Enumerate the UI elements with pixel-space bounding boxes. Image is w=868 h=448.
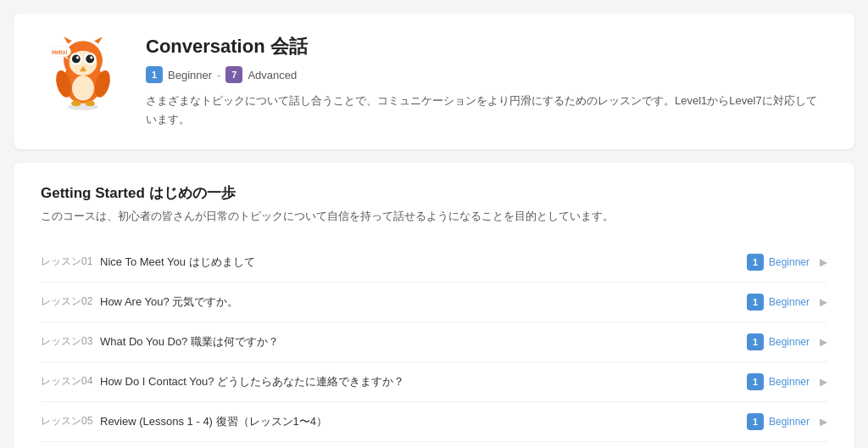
lesson-meta: 1 Beginner ▶ (747, 373, 827, 390)
beginner-label: Beginner (168, 69, 212, 81)
lesson-level-label: Beginner (769, 256, 810, 268)
lesson-level-label: Beginner (769, 296, 810, 308)
hero-description: さまざまなトピックについて話し合うことで、コミュニケーションをより円滑にするため… (146, 92, 827, 129)
svg-text:Hello!: Hello! (52, 49, 67, 55)
lesson-level-label: Beginner (769, 376, 810, 388)
advanced-label: Advanced (248, 69, 297, 81)
lesson-number: レッスン01 (41, 255, 100, 269)
svg-point-11 (90, 56, 92, 59)
svg-point-7 (72, 55, 81, 64)
lesson-number: レッスン03 (41, 334, 100, 349)
chevron-icon: ▶ (820, 376, 827, 388)
chevron-icon: ▶ (820, 416, 827, 428)
svg-marker-3 (64, 36, 72, 43)
svg-marker-4 (94, 36, 103, 43)
lesson-badge: 1 (747, 413, 764, 430)
level-badges: 1 Beginner - 7 Advanced (146, 66, 827, 83)
lesson-item[interactable]: レッスン02 How Are You? 元気ですか。 1 Beginner ▶ (41, 283, 827, 322)
lesson-meta: 1 Beginner ▶ (747, 333, 827, 350)
lesson-item[interactable]: レッスン04 How Do I Contact You? どうしたらあなたに連絡… (41, 362, 827, 402)
svg-point-15 (72, 76, 94, 100)
advanced-badge-num: 7 (225, 66, 242, 83)
hero-title: Conversation 会話 (146, 34, 827, 59)
lesson-item[interactable]: レッスン06 What Is Your Brother's Name? あなたの… (41, 442, 827, 448)
course-card: Getting Started はじめの一歩 このコースは、初心者の皆さんが日常… (14, 163, 854, 448)
lesson-badge: 1 (747, 294, 764, 311)
svg-point-17 (85, 101, 94, 107)
lesson-title: How Do I Contact You? どうしたらあなたに連絡できますか？ (100, 374, 747, 389)
level-separator: - (217, 69, 220, 81)
lesson-number: レッスン02 (41, 294, 100, 309)
svg-point-8 (76, 56, 79, 59)
lesson-badge: 1 (747, 254, 764, 271)
svg-point-16 (71, 101, 81, 107)
beginner-badge-num: 1 (146, 66, 163, 83)
chevron-icon: ▶ (820, 256, 827, 268)
lesson-item[interactable]: レッスン01 Nice To Meet You はじめまして 1 Beginne… (41, 243, 827, 283)
svg-point-10 (86, 55, 94, 64)
lesson-item[interactable]: レッスン03 What Do You Do? 職業は何ですか？ 1 Beginn… (41, 322, 827, 362)
lesson-title: Nice To Meet You はじめまして (100, 255, 747, 270)
mascot-container: Hello! (41, 34, 125, 110)
lesson-number: レッスン04 (41, 374, 100, 389)
lesson-number: レッスン05 (41, 414, 100, 428)
lesson-badge: 1 (747, 333, 764, 350)
lesson-meta: 1 Beginner ▶ (747, 294, 827, 311)
lesson-badge: 1 (747, 373, 764, 390)
mascot-icon: Hello! (45, 34, 121, 110)
chevron-icon: ▶ (820, 296, 827, 308)
lesson-meta: 1 Beginner ▶ (747, 413, 827, 430)
chevron-icon: ▶ (820, 336, 827, 348)
lesson-level-label: Beginner (769, 336, 810, 348)
lesson-list: レッスン01 Nice To Meet You はじめまして 1 Beginne… (41, 243, 827, 448)
lesson-title: Review (Lessons 1 - 4) 復習（レッスン1〜4） (100, 414, 747, 429)
lesson-title: How Are You? 元気ですか。 (100, 294, 747, 310)
hero-content: Conversation 会話 1 Beginner - 7 Advanced … (146, 34, 827, 129)
lesson-meta: 1 Beginner ▶ (747, 254, 827, 271)
course-subtitle: このコースは、初心者の皆さんが日常のトピックについて自信を持って話せるようになる… (41, 208, 827, 226)
course-title: Getting Started はじめの一歩 (41, 183, 827, 203)
lesson-level-label: Beginner (769, 416, 810, 428)
lesson-item[interactable]: レッスン05 Review (Lessons 1 - 4) 復習（レッスン1〜4… (41, 402, 827, 442)
lesson-title: What Do You Do? 職業は何ですか？ (100, 334, 747, 350)
hero-card: Hello! Conversation 会話 1 Beginner - 7 Ad… (14, 14, 854, 149)
